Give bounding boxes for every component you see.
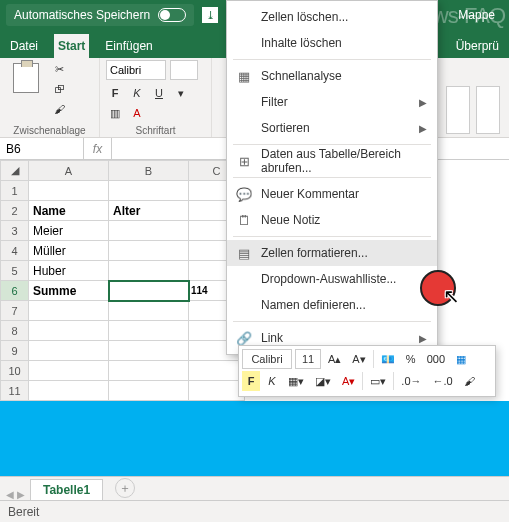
ctx-sort[interactable]: Sortieren▶ [227,115,437,141]
tab-start[interactable]: Start [54,34,89,58]
autosave-switch[interactable] [158,8,186,22]
save-quick-icon[interactable] [202,7,218,23]
row-5[interactable]: 5 [1,261,29,281]
row-4[interactable]: 4 [1,241,29,261]
status-text: Bereit [8,505,39,519]
mini-italic[interactable]: K [263,371,281,391]
sheet-nav[interactable]: ◀ ▶ [6,489,25,500]
mini-border[interactable]: ▦▾ [284,371,308,391]
row-8[interactable]: 8 [1,321,29,341]
ctx-dropdown-list[interactable]: Dropdown-Auswahlliste... [227,266,437,292]
row-7[interactable]: 7 [1,301,29,321]
cell-B5[interactable] [109,261,189,281]
cell-A2[interactable]: Name [29,201,109,221]
cursor-icon: ↖ [443,284,460,308]
col-A[interactable]: A [29,161,109,181]
mini-dec-inc[interactable]: .0→ [397,371,425,391]
paste-button[interactable] [6,61,46,117]
sheet-tab-1[interactable]: Tabelle1 [30,479,103,500]
group-font: Calibri F K U ▾ ▥ A Schriftart [100,58,212,137]
mini-grow-font[interactable]: A▴ [324,349,345,369]
cell-B4[interactable] [109,241,189,261]
name-box[interactable]: B6 [0,138,84,159]
sheet-table[interactable]: ◢ A B C 1 2 Name Alter 3 Meier 4 Müller … [0,160,245,401]
ctx-new-comment[interactable]: 💬Neuer Kommentar [227,181,437,207]
mini-format-icon[interactable]: ▦ [452,349,470,369]
autosave-label: Automatisches Speichern [14,8,150,22]
format-cells-icon: ▤ [235,244,253,262]
row-11[interactable]: 11 [1,381,29,401]
autosave-toggle[interactable]: Automatisches Speichern [6,4,194,26]
col-B[interactable]: B [109,161,189,181]
row-2[interactable]: 2 [1,201,29,221]
comment-icon: 💬 [235,185,253,203]
tab-file[interactable]: Datei [6,34,42,58]
ctx-get-data[interactable]: ⊞Daten aus Tabelle/Bereich abrufen... [227,148,437,174]
mini-format-painter[interactable]: 🖌 [460,371,479,391]
cell-B1[interactable] [109,181,189,201]
row-6[interactable]: 6 [1,281,29,301]
cell-A6[interactable]: Summe [29,281,109,301]
cell-B3[interactable] [109,221,189,241]
note-icon: 🗒 [235,211,253,229]
group-label-font: Schriftart [106,125,205,137]
font-size-select[interactable] [170,60,198,80]
mini-font-color[interactable]: A▾ [338,371,359,391]
mini-font[interactable]: Calibri [242,349,292,369]
cell-A4[interactable]: Müller [29,241,109,261]
status-bar: Bereit [0,500,509,522]
cell-A5[interactable]: Huber [29,261,109,281]
mini-merge[interactable]: ▭▾ [366,371,390,391]
add-sheet-button[interactable]: ＋ [115,478,135,498]
cell-B2[interactable]: Alter [109,201,189,221]
tab-review[interactable]: Überprü [452,34,503,58]
format-painter-icon[interactable]: 🖌 [50,100,68,118]
cut-icon[interactable]: ✂ [50,60,68,78]
underline-button[interactable]: U [150,84,168,102]
mini-fill-color[interactable]: ◪▾ [311,371,335,391]
mini-thousands-icon[interactable]: 000 [423,349,449,369]
ctx-quick-analysis[interactable]: ▦Schnellanalyse [227,63,437,89]
ctx-new-note[interactable]: 🗒Neue Notiz [227,207,437,233]
fx-icon[interactable]: fx [84,138,112,159]
select-all[interactable]: ◢ [1,161,29,181]
border-button[interactable]: ▾ [172,84,190,102]
copy-icon[interactable]: ⮺ [50,80,68,98]
ctx-clear-contents[interactable]: Inhalte löschen [227,30,437,56]
quick-analysis-icon: ▦ [235,67,253,85]
fill-color-button[interactable]: ▥ [106,104,124,122]
mini-dec-dec[interactable]: ←.0 [429,371,457,391]
mini-size[interactable]: 11 [295,349,321,369]
mini-accounting-icon[interactable]: 💶 [377,349,399,369]
ctx-define-name[interactable]: Namen definieren... [227,292,437,318]
font-name-select[interactable]: Calibri [106,60,166,80]
mini-bold[interactable]: F [242,371,260,391]
cell-A3[interactable]: Meier [29,221,109,241]
mini-toolbar: Calibri 11 A▴ A▾ 💶 % 000 ▦ F K ▦▾ ◪▾ A▾ … [238,345,496,397]
tab-insert[interactable]: Einfügen [101,34,156,58]
cell-A1[interactable] [29,181,109,201]
sheet-tab-bar: ◀ ▶ Tabelle1 ＋ [0,476,509,500]
row-9[interactable]: 9 [1,341,29,361]
italic-button[interactable]: K [128,84,146,102]
cell-B6[interactable] [109,281,189,301]
font-color-button[interactable]: A [128,104,146,122]
ctx-filter[interactable]: Filter▶ [227,89,437,115]
bold-button[interactable]: F [106,84,124,102]
table-icon: ⊞ [235,152,253,170]
ctx-format-cells[interactable]: ▤Zellen formatieren... [227,240,437,266]
ctx-delete-cells[interactable]: Zellen löschen... [227,4,437,30]
excel-window: Windows-FAQ Automatisches Speichern Mapp… [0,0,509,522]
row-1[interactable]: 1 [1,181,29,201]
row-10[interactable]: 10 [1,361,29,381]
context-menu: Zellen löschen... Inhalte löschen ▦Schne… [226,0,438,355]
row-3[interactable]: 3 [1,221,29,241]
clipboard-icon [13,63,39,93]
group-clipboard: ✂ ⮺ 🖌 Zwischenablage [0,58,100,137]
mini-shrink-font[interactable]: A▾ [348,349,369,369]
group-label-clipboard: Zwischenablage [6,125,93,137]
mini-percent-icon[interactable]: % [402,349,420,369]
